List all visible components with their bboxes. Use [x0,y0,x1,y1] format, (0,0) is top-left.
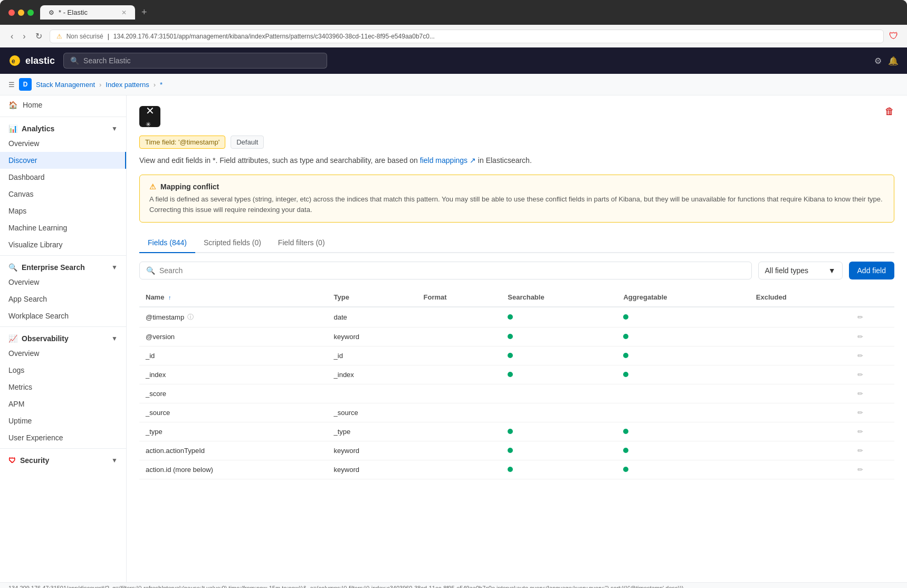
sidebar-section-observability[interactable]: 📈 Observability ▼ [0,329,126,345]
sidebar-item-user-experience[interactable]: User Experience [0,429,126,446]
field-aggregatable-cell [617,307,749,327]
search-placeholder: Search Elastic [83,56,130,65]
menu-toggle[interactable]: ☰ [8,81,15,89]
field-searchable-cell [501,307,617,327]
sidebar-item-uptime[interactable]: Uptime [0,412,126,429]
field-actions-cell: ✏ [851,346,894,365]
field-excluded-cell [750,384,851,403]
field-actions-cell: ✏ [851,384,894,403]
enterprise-search-section-label: 🔍 Enterprise Search [8,263,85,272]
observability-chevron-icon: ▼ [111,335,118,342]
sidebar-item-metrics[interactable]: Metrics [0,379,126,396]
edit-field-icon[interactable]: ✏ [857,390,863,398]
breadcrumb-current: * [160,81,163,89]
sidebar-item-app-search[interactable]: App Search [0,291,126,307]
edit-field-icon[interactable]: ✏ [857,409,863,417]
address-bar[interactable]: ⚠ Non sécurisé | 134.209.176.47:31501/ap… [50,30,884,43]
sidebar-item-apm[interactable]: APM [0,396,126,412]
browser-tab[interactable]: ⚙ * - Elastic ✕ [40,5,135,20]
aggregatable-indicator [623,467,628,472]
breadcrumb-index-patterns[interactable]: Index patterns [106,81,149,89]
sidebar-section-security[interactable]: 🛡 Security ▼ [0,451,126,467]
new-tab-button[interactable]: + [141,7,147,18]
sidebar-item-dashboard[interactable]: Dashboard [0,169,126,186]
search-input[interactable] [159,266,745,275]
aggregatable-indicator [623,429,628,434]
tab-scripted-fields[interactable]: Scripted fields (0) [195,233,270,253]
forward-button[interactable]: › [21,30,27,43]
url-display: 134.209.176.47:31501/app/management/kiba… [113,33,435,40]
field-format-cell [417,441,502,460]
edit-field-icon[interactable]: ✏ [857,371,863,379]
sidebar-item-logs[interactable]: Logs [0,362,126,379]
status-bar: 134.209.176.47:31501/app/discover#/?_g=(… [0,582,907,588]
field-type-dropdown[interactable]: All field types ▼ [758,262,843,279]
sidebar-section-analytics[interactable]: 📊 Analytics ▼ [0,119,126,135]
table-row: _type _type✏ [139,422,894,441]
app-container: e elastic 🔍 Search Elastic ⚙ 🔔 ☰ D Stack… [0,47,907,588]
field-searchable-cell [501,441,617,460]
minimize-button[interactable] [18,9,24,16]
sidebar-item-machine-learning[interactable]: Machine Learning [0,219,126,236]
field-name-text: @version [146,333,175,341]
field-name-cell: action.id (more below) [139,460,328,479]
sidebar-item-home[interactable]: 🏠 Home [0,95,126,114]
breadcrumb-stack-management[interactable]: Stack Management [36,81,95,89]
edit-field-icon[interactable]: ✏ [857,428,863,436]
main-layout: 🏠 Home 📊 Analytics ▼ Overview Discover [0,95,907,582]
table-row: _source _source✏ [139,403,894,422]
warning-title: ⚠ Mapping conflict [149,182,884,191]
reload-button[interactable]: ↻ [33,29,44,43]
settings-icon[interactable]: ⚙ [874,56,882,66]
field-excluded-cell [750,441,851,460]
field-actions-cell: ✏ [851,307,894,327]
sidebar-item-overview-analytics[interactable]: Overview [0,135,126,152]
edit-field-icon[interactable]: ✏ [857,333,863,341]
col-format: Format [417,288,502,307]
col-excluded: Excluded [750,288,851,307]
sidebar-item-maps[interactable]: Maps [0,203,126,219]
field-excluded-cell [750,327,851,346]
sort-arrow-icon: ↑ [168,294,171,301]
info-icon[interactable]: ⓘ [187,313,194,322]
tab-fields[interactable]: Fields (844) [139,233,195,253]
notifications-icon[interactable]: 🔔 [888,56,899,66]
edit-field-icon[interactable]: ✏ [857,313,863,321]
field-search-container[interactable]: 🔍 [139,262,752,279]
search-icon: 🔍 [70,56,79,65]
searchable-indicator [508,467,513,472]
sidebar-item-overview-obs[interactable]: Overview [0,345,126,362]
analytics-chevron-icon: ▼ [111,125,118,132]
field-format-cell [417,422,502,441]
table-row: action.id (more below) keyword✏ [139,460,894,479]
sidebar-item-workplace-search[interactable]: Workplace Search [0,307,126,324]
sidebar-section-enterprise-search[interactable]: 🔍 Enterprise Search ▼ [0,258,126,274]
field-type-label: All field types [765,266,808,275]
tab-field-filters[interactable]: Field filters (0) [270,233,333,253]
field-actions-cell: ✏ [851,441,894,460]
dropdown-chevron-icon: ▼ [828,266,836,275]
edit-field-icon[interactable]: ✏ [857,447,863,455]
field-format-cell [417,346,502,365]
header-icons: ⚙ 🔔 [874,56,899,66]
sidebar-item-canvas[interactable]: Canvas [0,186,126,203]
browser-titlebar: ⚙ * - Elastic ✕ + [0,0,907,25]
tab-title: * - Elastic [59,8,88,16]
sidebar-item-visualize-library[interactable]: Visualize Library [0,236,126,253]
close-button[interactable] [8,9,15,16]
sidebar-item-overview-enterprise[interactable]: Overview [0,274,126,291]
tab-close-icon[interactable]: ✕ [121,9,127,16]
description-text: View and edit fields in *. Field attribu… [139,155,894,166]
security-icon: 🛡 [8,456,16,465]
field-actions-cell: ✏ [851,403,894,422]
col-name[interactable]: Name ↑ [139,288,328,307]
sidebar-item-discover[interactable]: Discover [0,152,126,169]
back-button[interactable]: ‹ [8,30,15,43]
field-mappings-link[interactable]: field mappings ↗ [420,156,476,165]
global-search-bar[interactable]: 🔍 Search Elastic [63,53,327,69]
delete-pattern-button[interactable]: 🗑 [885,106,894,117]
edit-field-icon[interactable]: ✏ [857,352,863,360]
add-field-button[interactable]: Add field [849,262,894,279]
maximize-button[interactable] [27,9,34,16]
edit-field-icon[interactable]: ✏ [857,466,863,474]
